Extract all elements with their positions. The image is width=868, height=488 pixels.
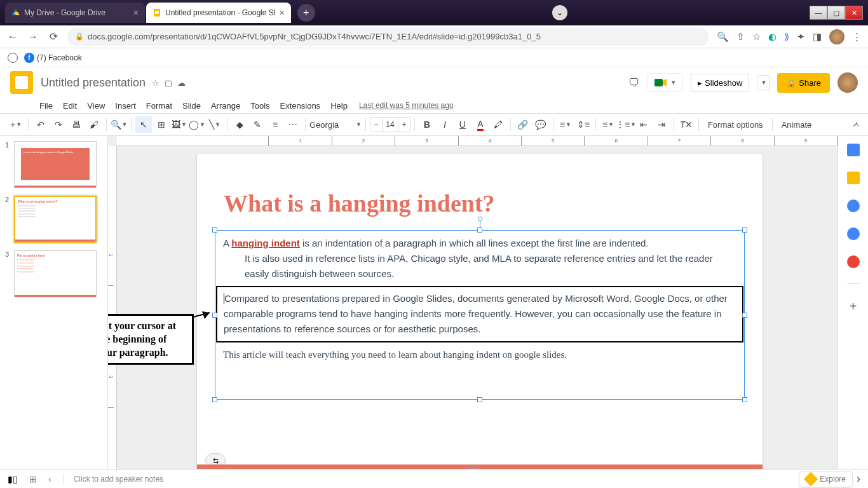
numbered-list-button[interactable]: ≡▼ (600, 116, 616, 133)
menu-tools[interactable]: Tools (247, 100, 273, 112)
forward-button[interactable]: → (27, 31, 39, 43)
menu-edit[interactable]: Edit (59, 100, 81, 112)
share-page-icon[interactable]: ⇧ (736, 31, 745, 43)
addons-plus-icon[interactable]: + (850, 299, 857, 314)
bold-button[interactable]: B (419, 116, 435, 133)
close-window-button[interactable]: ✕ (845, 6, 863, 20)
last-edit-link[interactable]: Last edit was 5 minutes ago (359, 101, 454, 110)
extension-icon[interactable]: ◐ (768, 31, 776, 43)
resize-grip[interactable] (468, 466, 478, 469)
paint-format-button[interactable]: 🖌 (86, 116, 102, 133)
border-dash-button[interactable]: ⋯ (285, 116, 301, 133)
comment-button[interactable]: 💬 (532, 116, 549, 133)
slide-thumbnail-1[interactable]: How to do Hanging Indent on Google Slide… (14, 141, 97, 188)
shape-tool[interactable]: ◯▼ (189, 116, 205, 133)
font-size-decrease[interactable]: − (370, 118, 382, 132)
resize-handle[interactable] (477, 227, 482, 233)
animate-button[interactable]: Animate (776, 120, 817, 130)
speaker-notes-input[interactable]: Click to add speaker notes (69, 475, 799, 484)
menu-view[interactable]: View (83, 100, 109, 112)
contacts-icon[interactable] (847, 227, 860, 240)
canvas-area[interactable]: 1 2 3 4 5 6 7 8 9 1 2 3 What is a hangin… (108, 136, 837, 469)
line-spacing-button[interactable]: ⇕≡ (575, 116, 592, 133)
resize-handle[interactable] (742, 227, 747, 233)
underline-button[interactable]: U (454, 116, 471, 133)
menu-extensions[interactable]: Extensions (276, 100, 325, 112)
slideshow-button[interactable]: ▸ Slideshow (691, 74, 749, 92)
paragraph-1[interactable]: A hanging indent is an indentation of a … (215, 231, 744, 286)
text-color-button[interactable]: A (472, 116, 489, 133)
document-title[interactable]: Untitled presentation (41, 76, 146, 90)
clear-formatting-button[interactable]: T✕ (678, 116, 695, 133)
maps-icon[interactable] (847, 255, 860, 268)
calendar-icon[interactable] (847, 144, 860, 156)
hanging-indent-link[interactable]: hanging indent (231, 238, 299, 248)
border-weight-button[interactable]: ≡ (267, 116, 283, 133)
paragraph-2[interactable]: Compared to presentations prepared in Go… (224, 291, 736, 337)
menu-slide[interactable]: Slide (179, 100, 205, 112)
cast-icon[interactable]: ⟫ (784, 31, 789, 43)
zoom-icon[interactable]: 🔍 (717, 31, 729, 43)
resize-handle[interactable] (742, 313, 747, 318)
border-color-button[interactable]: ✎ (249, 116, 266, 133)
account-avatar[interactable] (837, 72, 858, 93)
undo-button[interactable]: ↶ (32, 116, 49, 133)
format-options-button[interactable]: Format options (703, 120, 768, 130)
font-size-value[interactable]: 14 (382, 118, 398, 132)
bulleted-list-button[interactable]: ⋮≡▼ (618, 116, 634, 133)
comments-icon[interactable]: 🗨 (628, 76, 640, 90)
minimize-button[interactable]: — (810, 6, 827, 20)
profile-avatar[interactable] (829, 29, 844, 44)
meet-button[interactable]: ▼ (648, 73, 683, 92)
slide-title-text[interactable]: What is a hanging indent? (224, 189, 495, 217)
menu-insert[interactable]: Insert (111, 100, 140, 112)
menu-format[interactable]: Format (142, 100, 176, 112)
redo-button[interactable]: ↷ (50, 116, 67, 133)
keep-icon[interactable] (847, 172, 860, 184)
cloud-icon[interactable]: ☁ (177, 78, 186, 88)
filmstrip-view-button[interactable]: ▮▯ (8, 474, 18, 484)
star-icon[interactable]: ☆ (152, 78, 159, 88)
zoom-button[interactable]: 🔍▼ (111, 116, 127, 133)
bookmark-star-icon[interactable]: ☆ (752, 31, 761, 43)
browser-tab-slides[interactable]: Untitled presentation - Google Sl × (146, 3, 291, 23)
new-slide-button[interactable]: +▼ (8, 116, 24, 133)
vertical-ruler[interactable]: 1 2 3 (108, 146, 117, 469)
select-tool[interactable]: ↖ (135, 116, 152, 133)
paragraph-3[interactable]: This article will teach everything you n… (215, 342, 744, 367)
slide-filmstrip[interactable]: 1 How to do Hanging Indent on Google Sli… (0, 136, 108, 469)
tab-search-button[interactable]: ⌄ (552, 5, 567, 20)
fill-color-button[interactable]: ◆ (231, 116, 248, 133)
menu-icon[interactable]: ⋮ (852, 31, 862, 43)
rotate-handle[interactable] (478, 217, 482, 221)
slide-thumbnail-2[interactable]: What is a hanging indent? ━━━━━━━━━━━━━━… (14, 196, 97, 243)
image-tool[interactable]: 🖼▼ (171, 116, 187, 133)
slides-logo[interactable] (10, 71, 33, 94)
resize-handle[interactable] (212, 397, 217, 402)
back-button[interactable]: ← (6, 31, 19, 43)
menu-file[interactable]: File (36, 100, 57, 112)
body-textbox-selected[interactable]: A hanging indent is an indentation of a … (215, 230, 745, 400)
slideshow-dropdown[interactable]: ▼ (757, 75, 770, 90)
link-button[interactable]: 🔗 (515, 116, 531, 133)
increase-indent-button[interactable]: ⇥ (653, 116, 670, 133)
resize-handle[interactable] (212, 313, 217, 318)
share-button[interactable]: 🔒 Share (777, 73, 830, 93)
align-button[interactable]: ≡▼ (557, 116, 574, 133)
resize-handle[interactable] (477, 397, 482, 402)
grid-view-button[interactable]: ⊞ (29, 474, 37, 484)
decrease-indent-button[interactable]: ⇤ (635, 116, 652, 133)
toolbar-collapse-icon[interactable]: ㅅ (852, 119, 860, 130)
tab-close-icon[interactable]: × (279, 8, 284, 18)
browser-tab-drive[interactable]: My Drive - Google Drive × (5, 3, 145, 23)
collapse-filmstrip-button[interactable]: ‹ (48, 474, 51, 484)
textbox-tool[interactable]: ⊞ (153, 116, 170, 133)
horizontal-ruler[interactable]: 1 2 3 4 5 6 7 8 9 (117, 136, 837, 146)
line-tool[interactable]: ╲▼ (207, 116, 223, 133)
new-tab-button[interactable]: + (297, 4, 315, 22)
font-family-select[interactable]: Georgia (309, 120, 354, 130)
font-size-increase[interactable]: + (398, 118, 410, 132)
italic-button[interactable]: I (437, 116, 453, 133)
reload-button[interactable]: ⟳ (47, 30, 60, 43)
slide-canvas[interactable]: What is a hanging indent? A hanging inde… (197, 154, 763, 469)
